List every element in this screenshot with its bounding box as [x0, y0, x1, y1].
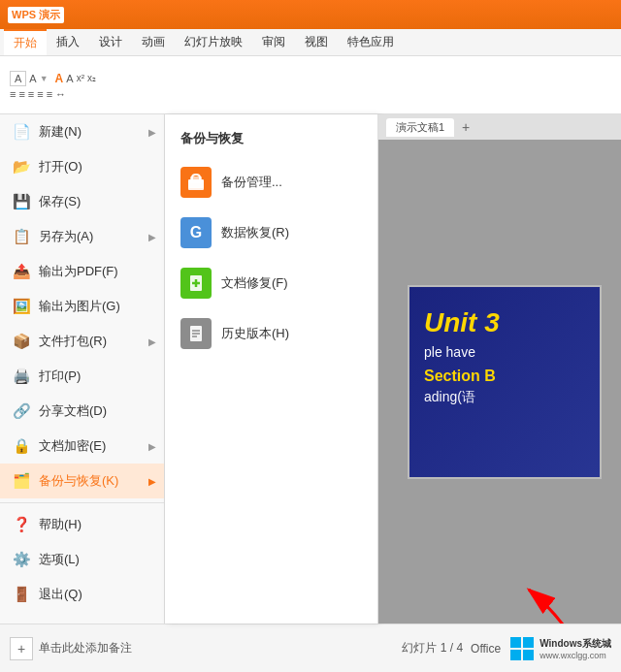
export-pdf-icon: 📤 [12, 262, 31, 281]
svg-rect-12 [510, 637, 521, 648]
watermark: Windows系统城 www.wxclgg.com [508, 635, 611, 662]
menu-tab-design[interactable]: 设计 [89, 29, 132, 55]
menu-item-print[interactable]: 🖨️ 打印(P) [0, 359, 164, 394]
add-slide-button[interactable]: + [10, 637, 33, 660]
menu-item-new[interactable]: 📄 新建(N) ▶ [0, 114, 164, 149]
arrow-icon: ▶ [148, 127, 156, 138]
slide-count-text: 幻灯片 1 / 4 [402, 640, 463, 656]
left-menu: 📄 新建(N) ▶ 📂 打开(O) 💾 保存(S) 📋 另存为(A) ▶ 📤 输… [0, 114, 165, 624]
exit-icon: 🚪 [12, 585, 31, 604]
history-label: 历史版本(H) [221, 325, 289, 342]
svg-rect-2 [188, 179, 204, 188]
menu-tab-special[interactable]: 特色应用 [338, 29, 404, 55]
menu-tab-review[interactable]: 审阅 [252, 29, 295, 55]
title-bar: WPS 演示 [0, 0, 621, 29]
menu-item-save[interactable]: 💾 保存(S) [0, 184, 164, 219]
saveas-arrow-icon: ▶ [148, 232, 156, 242]
toolbar: A A ▼ A A x² x₂ ≡ ≡ ≡ ≡ ≡ ↔ [0, 56, 621, 114]
menu-tab-slideshow[interactable]: 幻灯片放映 [175, 29, 252, 55]
toolbar-section-font: A A ▼ A A x² x₂ ≡ ≡ ≡ ≡ ≡ ↔ [10, 61, 104, 110]
submenu-item-history[interactable]: 历史版本(H) [165, 308, 377, 359]
backup-icon: 🗂️ [12, 471, 31, 491]
menu-divider [0, 502, 164, 503]
data-recovery-icon: G [180, 217, 212, 248]
share-icon: 🔗 [12, 401, 31, 421]
office-label: Office [471, 642, 501, 656]
submenu-panel: 备份与恢复 备份管理... G 数据恢复(R) [165, 114, 378, 624]
slide-line3: ading(语 [424, 389, 475, 406]
status-bar: + 单击此处添加备注 幻灯片 1 / 4 Office Windows系统城 w… [0, 624, 621, 672]
submenu-item-data-recovery[interactable]: G 数据恢复(R) [165, 208, 377, 258]
status-right: 幻灯片 1 / 4 Office Windows系统城 www.wxclgg.c… [402, 635, 611, 662]
slide-unit3-text: Unit 3 [424, 306, 500, 339]
package-arrow-icon: ▶ [148, 336, 156, 347]
slide-tab-1[interactable]: 演示文稿1 [386, 118, 454, 137]
menu-item-package[interactable]: 📦 文件打包(R) ▶ [0, 324, 164, 359]
wps-logo: WPS 演示 [8, 7, 64, 23]
svg-rect-14 [510, 650, 521, 660]
new-icon: 📄 [12, 122, 31, 142]
watermark-text: Windows系统城 www.wxclgg.com [539, 637, 611, 660]
menu-item-export-pdf[interactable]: 📤 输出为PDF(F) [0, 254, 164, 289]
add-note-text: 单击此处添加备注 [39, 640, 132, 656]
backup-mgr-label: 备份管理... [221, 174, 282, 191]
windows-logo-icon [508, 635, 536, 662]
menu-tab-animation[interactable]: 动画 [132, 29, 175, 55]
menu-tab-start[interactable]: 开始 [4, 29, 47, 55]
menu-item-saveas[interactable]: 📋 另存为(A) ▶ [0, 219, 164, 254]
save-icon: 💾 [12, 192, 31, 211]
options-icon: ⚙️ [12, 550, 31, 569]
main-area: 📄 新建(N) ▶ 📂 打开(O) 💾 保存(S) 📋 另存为(A) ▶ 📤 输… [0, 114, 621, 624]
submenu-item-backup-mgr[interactable]: 备份管理... [165, 157, 377, 208]
doc-repair-label: 文档修复(F) [221, 274, 288, 292]
menu-item-help[interactable]: ❓ 帮助(H) [0, 507, 164, 542]
add-slide-tab-button[interactable]: + [456, 117, 475, 137]
menu-item-open[interactable]: 📂 打开(O) [0, 149, 164, 184]
menu-item-exit[interactable]: 🚪 退出(Q) [0, 577, 164, 612]
saveas-icon: 📋 [12, 227, 31, 246]
submenu-title: 备份与恢复 [165, 124, 377, 157]
menu-item-backup[interactable]: 🗂️ 备份与恢复(K) ▶ [0, 464, 164, 498]
open-icon: 📂 [12, 157, 31, 176]
encrypt-icon: 🔒 [12, 436, 31, 456]
menu-tab-insert[interactable]: 插入 [47, 29, 89, 55]
slide-area: 演示文稿1 + Unit 3 ple have Section B ading(… [378, 114, 621, 624]
menu-tab-view[interactable]: 视图 [295, 29, 338, 55]
slide-canvas: Unit 3 ple have Section B ading(语 [378, 140, 621, 624]
encrypt-arrow-icon: ▶ [148, 441, 156, 452]
slide-line2: Section B [424, 368, 496, 385]
backup-mgr-icon [180, 167, 212, 198]
status-left: + 单击此处添加备注 [10, 637, 132, 660]
menu-item-encrypt[interactable]: 🔒 文档加密(E) ▶ [0, 429, 164, 464]
backup-arrow-icon: ▶ [148, 476, 156, 487]
slide-preview: Unit 3 ple have Section B ading(语 [408, 285, 602, 479]
package-icon: 📦 [12, 332, 31, 351]
menu-item-options[interactable]: ⚙️ 选项(L) [0, 542, 164, 577]
menu-item-export-img[interactable]: 🖼️ 输出为图片(G) [0, 289, 164, 324]
svg-rect-13 [523, 637, 534, 648]
menu-bar: 开始 插入 设计 动画 幻灯片放映 审阅 视图 特色应用 [0, 29, 621, 56]
data-recovery-label: 数据恢复(R) [221, 224, 289, 241]
print-icon: 🖨️ [12, 367, 31, 386]
svg-rect-15 [523, 650, 534, 660]
doc-repair-icon [180, 268, 212, 299]
slide-tabs-bar: 演示文稿1 + [378, 114, 621, 140]
help-icon: ❓ [12, 515, 31, 534]
submenu-item-doc-repair[interactable]: 文档修复(F) [165, 258, 377, 308]
export-img-icon: 🖼️ [12, 297, 31, 316]
history-icon [180, 318, 212, 349]
slide-line1: ple have [424, 344, 475, 360]
menu-item-share[interactable]: 🔗 分享文档(D) [0, 394, 164, 429]
